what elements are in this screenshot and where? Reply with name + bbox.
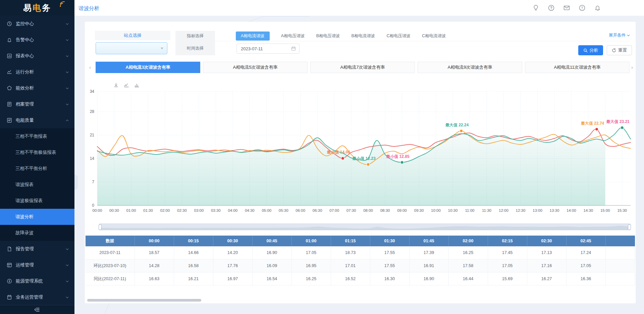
svg-text:最小值 14.06: 最小值 14.06	[327, 150, 351, 154]
harmonic-analysis-page: { "app": { "logo_text_pre": "易", "logo_t…	[0, 0, 644, 314]
collapse-icon	[34, 307, 40, 313]
harmonic-tab[interactable]: A相电流9次谐波含有率	[418, 62, 522, 73]
svg-text:最小值 12.23: 最小值 12.23	[352, 156, 376, 161]
svg-text:0: 0	[92, 203, 94, 208]
bell-button[interactable]	[594, 4, 601, 11]
sidebar-item-label: 运维管理	[16, 262, 65, 268]
sidebar-subitem[interactable]: 谐波报表	[0, 177, 74, 193]
sidebar-item[interactable]: 运行分析	[0, 64, 74, 80]
monitor-icon	[7, 21, 12, 26]
chevron-down-icon	[627, 34, 630, 37]
datazoom-left-handle[interactable]	[99, 225, 102, 230]
value-cell: 16.36	[566, 272, 605, 286]
value-cell: 16.27	[527, 272, 566, 286]
harmonic-tab[interactable]: A相电流11次谐波含有率	[525, 62, 630, 73]
value-cell: 16.90	[252, 246, 291, 259]
svg-text:07:00: 07:00	[329, 208, 339, 212]
site-select-dropdown[interactable]	[96, 42, 167, 54]
svg-text:15:30: 15:30	[617, 208, 627, 212]
row-label-cell: 2023-07-11	[86, 246, 135, 259]
harmonic-tab[interactable]: A相电流3次谐波含有率	[96, 62, 200, 73]
sidebar-menu: 监控中心告警中心报表中心运行分析能效分析档案管理电能质量三相不平衡报表三相不平衡…	[0, 16, 74, 305]
svg-text:14:00: 14:00	[567, 208, 576, 212]
sidebar-collapse-button[interactable]	[0, 305, 74, 314]
svg-text:11:30: 11:30	[482, 208, 491, 212]
datazoom-right-handle[interactable]	[628, 225, 631, 230]
sidebar-submenu: 三相不平衡报表三相不平衡极值报表三相不平衡分析谐波报表谐波极值报表谐波分析故障录…	[0, 128, 74, 241]
indicator-button[interactable]: B相电流谐波	[352, 33, 375, 39]
chevron-down-icon	[65, 247, 69, 251]
value-cell: 17.76	[213, 259, 252, 272]
table-header-cell: 00:00	[135, 236, 174, 246]
sidebar-item-label: 告警中心	[16, 37, 65, 43]
value-cell: 16.91	[409, 259, 448, 272]
help-button[interactable]	[548, 4, 555, 11]
report-icon	[7, 53, 12, 59]
analyze-label: 分析	[590, 47, 598, 53]
indicator-button[interactable]: A相电压谐波	[281, 33, 305, 39]
reset-button[interactable]: 重置	[607, 45, 632, 55]
indicator-button[interactable]: C相电压谐波	[386, 33, 411, 39]
refresh-icon	[612, 48, 616, 53]
sidebar-item[interactable]: 报告管理	[0, 241, 74, 257]
svg-text:05:30: 05:30	[279, 208, 288, 212]
svg-text:08:00: 08:00	[363, 208, 373, 212]
site-select-label: 站点选择	[95, 31, 170, 40]
svg-text:最大值 22.24: 最大值 22.24	[445, 123, 469, 127]
sidebar-subitem[interactable]: 三相不平衡极值报表	[0, 144, 74, 161]
sidebar-item[interactable]: 运维管理	[0, 257, 74, 273]
sidebar-item[interactable]: 监控中心	[0, 16, 74, 32]
value-cell: 18.73	[331, 246, 370, 259]
warning-button[interactable]	[579, 4, 586, 11]
table-header-cell: 00:45	[252, 236, 291, 246]
datazoom-slider[interactable]	[99, 224, 631, 230]
indicator-button[interactable]: C相电流谐波	[422, 33, 446, 39]
sidebar-item[interactable]: 报表中心	[0, 48, 74, 64]
sidebar-item[interactable]: 告警中心	[0, 32, 74, 48]
value-cell: 17.58	[448, 259, 488, 272]
sidebar-item[interactable]: 业务运营管理	[0, 289, 74, 305]
sidebar-subitem[interactable]: 谐波分析	[0, 209, 74, 225]
logo-text-pre: 易	[23, 2, 33, 13]
sidebar-subitem[interactable]: 谐波极值报表	[0, 193, 74, 209]
tabs-prev-arrow[interactable]: ‹	[89, 64, 91, 70]
sidebar-item[interactable]: 能源管理系统	[0, 273, 74, 289]
harmonic-tab[interactable]: A相电流5次谐波含有率	[203, 62, 308, 73]
sidebar-subitem[interactable]: 三相不平衡报表	[0, 128, 74, 144]
indicator-row: 指标选择 A相电流谐波A相电压谐波B相电压谐波B相电流谐波C相电压谐波C相电流谐…	[175, 31, 630, 41]
svg-text:02:00: 02:00	[160, 208, 170, 212]
row-label-cell: 同比(2022-07-11)	[86, 272, 135, 286]
svg-text:13:00: 13:00	[533, 208, 542, 212]
svg-text:00:30: 00:30	[109, 208, 119, 212]
sidebar-subitem[interactable]: 三相不平衡分析	[0, 161, 74, 177]
sidebar-item[interactable]: 电能质量	[0, 112, 74, 128]
date-picker-input[interactable]: 2023-07-11	[236, 44, 300, 54]
tabs-next-arrow[interactable]: ›	[631, 64, 633, 70]
sidebar-subitem[interactable]: 故障录波	[0, 225, 74, 241]
svg-text:10:30: 10:30	[448, 208, 458, 212]
expand-conditions-link[interactable]: 展开条件	[609, 33, 630, 38]
svg-text:02:30: 02:30	[177, 208, 187, 212]
panel-collapse-handle[interactable]	[74, 175, 78, 190]
bell-icon	[594, 4, 601, 11]
svg-text:最大值 22.74: 最大值 22.74	[581, 121, 604, 126]
harmonic-tab[interactable]: A相电流7次谐波含有率	[310, 62, 415, 73]
chevron-down-icon	[161, 48, 163, 49]
power-quality-icon	[7, 118, 12, 123]
analyze-button[interactable]: 分析	[578, 45, 603, 55]
sidebar-item[interactable]: 能效分析	[0, 80, 74, 96]
sidebar-item[interactable]: 档案管理	[0, 96, 74, 112]
indicator-button[interactable]: B相电压谐波	[316, 33, 340, 39]
bulb-button[interactable]	[532, 4, 539, 11]
calendar-icon	[291, 46, 296, 51]
table-horizontal-scrollbar[interactable]	[87, 299, 201, 302]
sidebar-item-label: 能效分析	[16, 85, 65, 91]
sidebar-item-label: 档案管理	[16, 101, 65, 107]
indicator-button[interactable]: A相电流谐波	[236, 32, 270, 41]
harmonic-tabs: A相电流3次谐波含有率A相电流5次谐波含有率A相电流7次谐波含有率A相电流9次谐…	[96, 62, 630, 73]
run-analysis-icon	[7, 69, 12, 75]
table-row: 2023-07-1118.5714.6614.2016.9017.0518.73…	[86, 246, 635, 259]
table-header-cell: 01:45	[409, 236, 448, 246]
ops-icon	[7, 262, 12, 268]
mail-button[interactable]	[563, 4, 570, 11]
